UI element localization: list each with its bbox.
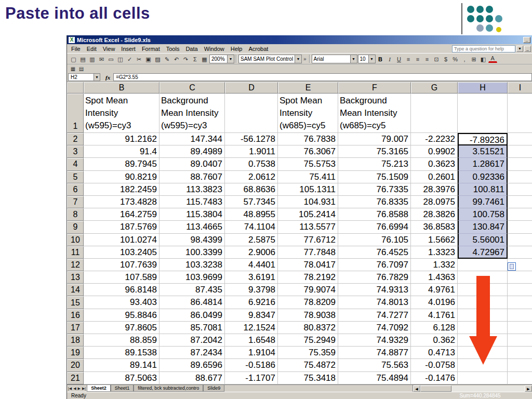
cell-I3[interactable] <box>508 145 532 158</box>
cell-G3[interactable]: 0.9902 <box>411 145 458 158</box>
column-header-E[interactable]: E <box>278 82 338 94</box>
cell-H10[interactable]: 5.56001 <box>458 234 508 246</box>
cell-B18[interactable]: 88.859 <box>84 334 159 347</box>
row-header-17[interactable]: 17 <box>67 322 84 334</box>
cell-B4[interactable]: 89.7945 <box>84 158 159 170</box>
cell-I4[interactable] <box>508 158 532 170</box>
row-header-21[interactable]: 21 <box>67 372 84 384</box>
column-header-C[interactable]: C <box>159 82 225 94</box>
cell-B19[interactable]: 89.1538 <box>84 347 159 359</box>
sheet-tab-slide9[interactable]: Slide9 <box>203 385 224 392</box>
fill-color-icon[interactable]: ◧ <box>479 55 488 63</box>
cell-F18[interactable]: 74.9329 <box>338 334 411 347</box>
cell-I17[interactable] <box>508 322 532 334</box>
cell-D15[interactable]: 6.9216 <box>225 296 278 309</box>
cell-F8[interactable]: 76.8588 <box>338 208 411 221</box>
menu-item-format[interactable]: Format <box>139 45 163 53</box>
cell-F7[interactable]: 76.8335 <box>338 196 411 208</box>
cell-B14[interactable]: 96.8148 <box>84 284 159 296</box>
cell-E2[interactable]: 76.7838 <box>278 133 338 145</box>
sheet-minimize-icon[interactable]: _ <box>524 46 531 52</box>
cell-D11[interactable]: 2.9006 <box>225 246 278 259</box>
cell-D6[interactable]: 68.8636 <box>225 183 278 196</box>
cell-G1[interactable] <box>411 94 458 133</box>
row-header-5[interactable]: 5 <box>67 171 84 183</box>
cell-I8[interactable] <box>508 208 532 221</box>
cell-C2[interactable]: 147.344 <box>159 133 225 145</box>
undo-icon[interactable]: ↶ <box>172 55 181 63</box>
autosum-icon[interactable]: Σ <box>191 55 200 63</box>
column-header-G[interactable]: G <box>411 82 458 94</box>
cell-D4[interactable]: 0.7538 <box>225 158 278 170</box>
cell-G18[interactable]: 0.362 <box>411 334 458 347</box>
cell-F1[interactable]: Background Mean Intensity (w685)=cy5 <box>338 94 411 133</box>
cell-D8[interactable]: 48.8955 <box>225 208 278 221</box>
font-size-combo[interactable]: 10▼ <box>358 55 376 63</box>
print-icon[interactable]: ▭ <box>107 55 115 63</box>
cell-I16[interactable] <box>508 309 532 322</box>
comma-icon[interactable]: , <box>460 55 469 63</box>
cell-D1[interactable] <box>225 94 278 133</box>
copy-icon[interactable]: ▣ <box>144 55 153 63</box>
cell-H14[interactable] <box>458 284 508 296</box>
zoom-combo[interactable]: 200%▼ <box>209 55 234 63</box>
cell-F10[interactable]: 76.105 <box>338 234 411 246</box>
cell-E15[interactable]: 78.8209 <box>278 296 338 309</box>
new-file-icon[interactable]: ▢ <box>69 55 78 63</box>
cell-B7[interactable]: 173.4828 <box>84 196 159 208</box>
cell-E8[interactable]: 105.2414 <box>278 208 338 221</box>
cell-H21[interactable] <box>458 372 508 384</box>
minimize-button[interactable]: _ <box>523 37 530 43</box>
cell-H5[interactable]: 0.92336 <box>458 171 508 183</box>
row-header-11[interactable]: 11 <box>67 246 84 259</box>
cell-D16[interactable]: 9.8347 <box>225 309 278 322</box>
cell-D13[interactable]: 3.6191 <box>225 271 278 284</box>
cell-I5[interactable] <box>508 171 532 183</box>
cell-H6[interactable]: 100.811 <box>458 183 508 196</box>
cell-H13[interactable] <box>458 271 508 284</box>
cell-I1[interactable] <box>508 94 532 133</box>
font-color-icon[interactable]: A <box>488 55 497 63</box>
cell-E5[interactable]: 75.411 <box>278 171 338 183</box>
sheet-tab-sheet2[interactable]: Sheet2 <box>87 385 111 392</box>
font-name-combo-dropdown-icon[interactable]: ▼ <box>350 55 357 63</box>
cell-G11[interactable]: 1.3323 <box>411 246 458 259</box>
cell-B8[interactable]: 164.2759 <box>84 208 159 221</box>
align-left-icon[interactable]: ≡ <box>404 55 413 63</box>
cell-B21[interactable]: 87.5063 <box>84 372 159 384</box>
cell-F21[interactable]: 75.4894 <box>338 372 411 384</box>
cell-I15[interactable] <box>508 296 532 309</box>
scroll-left-icon[interactable]: ◀ <box>413 385 420 392</box>
cell-H17[interactable] <box>458 322 508 334</box>
row-header-15[interactable]: 15 <box>67 296 84 309</box>
paste-icon[interactable]: ▨ <box>153 55 162 63</box>
cell-B12[interactable]: 107.7639 <box>84 259 159 271</box>
borders-icon[interactable]: ⊞ <box>470 55 478 63</box>
cell-F9[interactable]: 76.6994 <box>338 221 411 233</box>
cell-D19[interactable]: 1.9104 <box>225 347 278 359</box>
next-sheet-icon[interactable]: ▶ <box>78 387 81 391</box>
cell-E7[interactable]: 104.931 <box>278 196 338 208</box>
cell-E1[interactable]: Spot Mean Intensity (w685)=cy5 <box>278 94 338 133</box>
cell-I7[interactable] <box>508 196 532 208</box>
cell-E16[interactable]: 78.9038 <box>278 309 338 322</box>
cell-C3[interactable]: 89.4989 <box>159 145 225 158</box>
cell-F4[interactable]: 75.213 <box>338 158 411 170</box>
cell-G6[interactable]: 28.3976 <box>411 183 458 196</box>
column-header-I[interactable]: I <box>508 82 532 94</box>
chart-wizard-icon[interactable]: ▦ <box>200 55 209 63</box>
cell-G13[interactable]: 1.4363 <box>411 271 458 284</box>
cell-I19[interactable] <box>508 347 532 359</box>
cell-B13[interactable]: 107.589 <box>84 271 159 284</box>
zoom-combo-dropdown-icon[interactable]: ▼ <box>227 55 234 63</box>
cell-I13[interactable] <box>508 271 532 284</box>
cell-D21[interactable]: -1.1707 <box>225 372 278 384</box>
cell-C11[interactable]: 100.3399 <box>159 246 225 259</box>
name-box-dropdown-icon[interactable]: ▼ <box>94 74 100 81</box>
menu-item-acrobat[interactable]: Acrobat <box>245 45 271 53</box>
row-header-18[interactable]: 18 <box>67 334 84 347</box>
menu-item-help[interactable]: Help <box>228 45 246 53</box>
scroll-right-icon[interactable]: ▶ <box>525 385 532 392</box>
menu-item-insert[interactable]: Insert <box>118 45 139 53</box>
cell-D20[interactable]: -0.5186 <box>225 359 278 371</box>
